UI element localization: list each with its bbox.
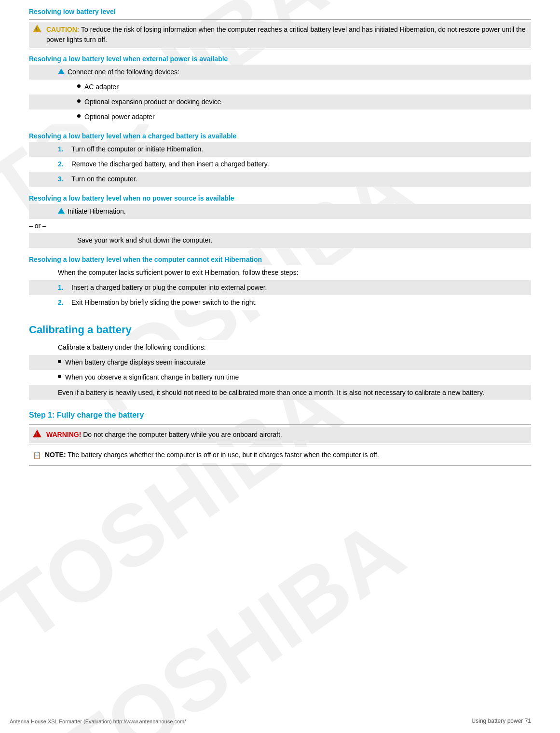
step1-heading: Step 1: Fully charge the battery (29, 406, 531, 422)
calibrating-bullet-1: When you observe a significant change in… (29, 370, 531, 385)
step1-divider-top (29, 424, 531, 425)
note-label: NOTE: (45, 451, 66, 459)
bullet-tri-icon-s3 (58, 208, 65, 214)
section3-item-0: Initiate Hibernation. (29, 204, 531, 219)
step1-divider-mid (29, 445, 531, 445)
section4-intro: When the computer lacks sufficient power… (29, 265, 531, 280)
section4-num-1-text: Insert a charged battery or plug the com… (71, 283, 267, 293)
section3-item-2: Save your work and shut down the compute… (29, 233, 531, 248)
section1-heading: Resolving a low battery level when exter… (29, 52, 531, 65)
section2-item-0: 1. Turn off the computer or initiate Hib… (29, 142, 531, 157)
section1-item-0-text: Connect one of the following devices: (68, 67, 179, 77)
bullet-dot-1 (77, 99, 81, 103)
section2-heading: Resolving a low battery level when a cha… (29, 129, 531, 142)
watermark-text-4: TOSHIBA (45, 500, 422, 733)
calibrating-note: Even if a battery is heavily used, it sh… (29, 385, 531, 400)
warning-label: WARNING! (46, 431, 81, 438)
calibrating-heading: Calibrating a battery (29, 316, 531, 340)
section4-heading: Resolving a low battery level when the c… (29, 253, 531, 265)
section4-item-2: 2. Exit Hibernation by briefly sliding t… (29, 295, 531, 310)
calibrating-note-text: Even if a battery is heavily used, it sh… (58, 389, 484, 396)
section4-num-1-label: 1. (58, 283, 68, 293)
section4-num-item-2: 2. Exit Hibernation by briefly sliding t… (58, 298, 531, 308)
caution-text: To reduce the risk of losing information… (46, 26, 525, 43)
warning-box: WARNING! Do not charge the computer batt… (29, 427, 531, 443)
section1-item-2: Optional expansion product or docking de… (29, 95, 531, 109)
cal-bullet-1-text: When you observe a significant change in… (65, 372, 239, 382)
section3-or: – or – (29, 219, 531, 233)
section1-item-1: AC adapter (29, 80, 531, 95)
section3-spacer (29, 187, 531, 191)
step1-spacer (29, 400, 531, 406)
caution-box: CAUTION: To reduce the risk of losing in… (29, 22, 531, 48)
section1-item-0: Connect one of the following devices: (29, 65, 531, 80)
section2-num-0-text: Turn off the computer or initiate Hibern… (71, 144, 203, 154)
section2-num-1-label: 2. (58, 159, 68, 169)
section2-spacer (29, 124, 531, 129)
section1-item-2-text: Optional expansion product or docking de… (84, 97, 221, 107)
footer-left: Antenna House XSL Formatter (Evaluation)… (10, 719, 186, 724)
page-content: Resolving low battery level CAUTION: To … (0, 0, 560, 497)
note-text: The battery charges whether the computer… (68, 451, 379, 459)
cal-bullet-0 (58, 360, 61, 363)
section2-num-2-label: 3. (58, 174, 68, 184)
footer-right: Using battery power 71 (472, 718, 531, 724)
bullet-dot-0 (77, 84, 81, 88)
section2-item-1: 2. Remove the discharged battery, and th… (29, 157, 531, 172)
warning-icon (33, 430, 41, 437)
section2-num-item-1: 2. Remove the discharged battery, and th… (58, 159, 531, 169)
section1-item-3: Optional power adapter (29, 109, 531, 124)
cal-bullet-0-text: When battery charge displays seem inaccu… (65, 357, 205, 367)
section4-item-1: 1. Insert a charged battery or plug the … (29, 280, 531, 295)
section3-heading: Resolving a low battery level when no po… (29, 191, 531, 204)
bullet-dot-2 (77, 114, 81, 118)
caution-icon (33, 25, 41, 32)
section4-num-2-label: 2. (58, 298, 68, 308)
section3-plain-text: Save your work and shut down the compute… (77, 236, 212, 244)
step1-divider-bottom (29, 465, 531, 466)
calibrating-intro-text: Calibrate a battery under the following … (58, 343, 206, 351)
note-box: 📋 NOTE: The battery charges whether the … (29, 447, 531, 463)
caution-label: CAUTION: (46, 26, 79, 33)
section1-item-3-text: Optional power adapter (84, 112, 155, 122)
section2-num-item-2: 3. Turn on the computer. (58, 174, 531, 184)
section2-num-2-text: Turn on the computer. (71, 174, 137, 184)
section4-spacer (29, 248, 531, 253)
or-text: – or – (29, 222, 46, 230)
section2-item-2: 3. Turn on the computer. (29, 172, 531, 187)
note-icon: 📋 (33, 450, 41, 461)
calibrating-intro: Calibrate a battery under the following … (29, 340, 531, 355)
cal-bullet-1 (58, 375, 61, 378)
section4-num-item-1: 1. Insert a charged battery or plug the … (58, 283, 531, 293)
title-divider (29, 19, 531, 20)
section3-item-0-text: Initiate Hibernation. (68, 206, 126, 217)
calibrating-bullet-0: When battery charge displays seem inaccu… (29, 355, 531, 370)
page-title: Resolving low battery level (29, 5, 531, 17)
section2-num-1-text: Remove the discharged battery, and then … (71, 159, 269, 169)
warning-text: Do not charge the computer battery while… (83, 431, 282, 438)
calibrating-spacer (29, 310, 531, 316)
section2-num-0-label: 1. (58, 144, 68, 154)
caution-divider (29, 50, 531, 50)
section1-item-1-text: AC adapter (84, 82, 119, 92)
section4-intro-text: When the computer lacks sufficient power… (58, 269, 299, 276)
section4-num-2-text: Exit Hibernation by briefly sliding the … (71, 298, 257, 308)
section2-num-item-0: 1. Turn off the computer or initiate Hib… (58, 144, 531, 154)
bullet-tri-icon-0 (58, 68, 65, 74)
